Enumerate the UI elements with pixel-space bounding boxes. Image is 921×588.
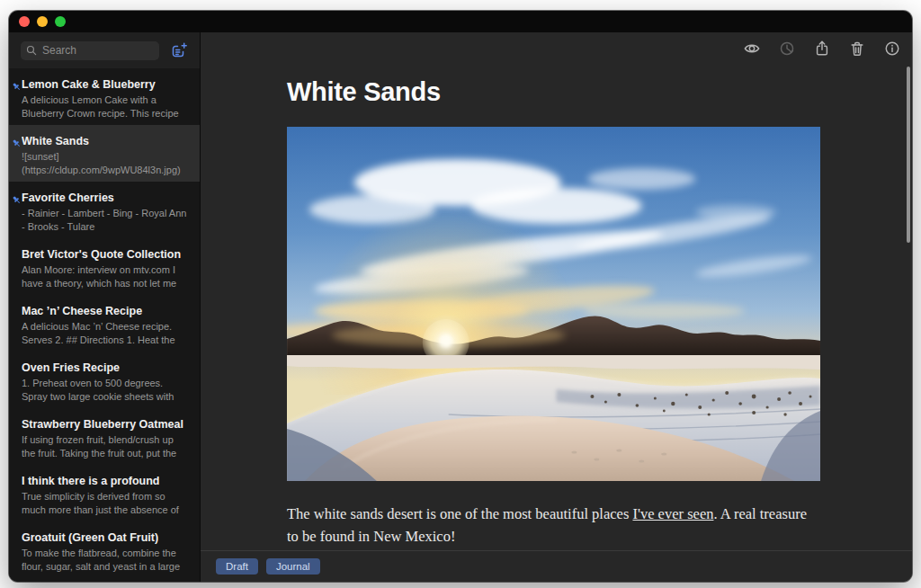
note-preview: If using frozen fruit, blend/crush up th… [22,433,187,459]
note-title: Groatuit (Green Oat Fruit) [22,531,187,544]
search-icon [26,45,37,56]
note-list-item[interactable]: Mac ’n’ Cheese Recipe A delicious Mac ’n… [9,295,200,352]
note-title: White Sands [22,135,187,147]
tag-chip[interactable]: Draft [216,558,258,575]
note-title: Favorite Cherries [22,192,187,204]
note-list-item[interactable]: Strawberry Blueberry Oatmeal If using fr… [9,408,200,465]
note-title: Mac ’n’ Cheese Recipe [22,305,187,317]
window-title-bar[interactable] [9,11,912,32]
note-preview: A delicious Mac ’n’ Cheese recipe. Serve… [22,320,187,346]
note-list-item[interactable]: Bret Victor's Quote Collection Alan Moor… [9,238,200,295]
inline-link[interactable]: I've ever seen [632,505,713,522]
sidebar-header [9,32,200,68]
note-list-item[interactable]: White Sands ![sunset](https://cldup.com/… [9,125,200,182]
note-list-item[interactable]: Lemon Cake & Blueberry A delicious Lemon… [9,68,200,125]
vertical-scrollbar[interactable] [907,67,910,243]
note-title: Strawberry Blueberry Oatmeal [22,418,187,431]
sidebar: Lemon Cake & Blueberry A delicious Lemon… [9,32,201,582]
zoom-button[interactable] [55,16,66,27]
paragraph-text: The white sands desert is one of the mos… [287,505,632,522]
tag-chip[interactable]: Journal [266,558,320,575]
note-preview: A delicious Lemon Cake with a Blueberry … [22,94,187,120]
note-title: Oven Fries Recipe [22,361,187,374]
note-preview: True simplicity is derived from so much … [22,490,187,516]
editor-toolbar [201,32,912,65]
note-title: Bret Victor's Quote Collection [22,248,187,261]
note-list-item[interactable]: I think there is a profound True simplic… [9,465,200,521]
note-list: Lemon Cake & Blueberry A delicious Lemon… [9,68,200,582]
editor-content[interactable]: White Sands [201,65,912,550]
preview-eye-icon[interactable] [743,40,761,58]
search-input[interactable] [40,43,154,58]
pin-icon [12,136,22,152]
note-body-paragraph: The white sands desert is one of the mos… [287,503,820,548]
history-clock-icon[interactable] [778,40,796,58]
note-list-item[interactable]: Groatuit (Green Oat Fruit) To make the f… [9,521,200,578]
compose-new-note-icon[interactable] [171,42,188,59]
tag-bar: DraftJournal [201,550,912,582]
info-icon[interactable] [883,40,901,58]
note-preview: ![sunset](https://cldup.com/9wpWU84l3n.j… [22,150,187,176]
minimize-button[interactable] [37,16,48,27]
app-window: Lemon Cake & Blueberry A delicious Lemon… [9,11,912,582]
pin-icon [12,192,22,209]
note-preview: To make the flatbread, combine the flour… [22,547,187,573]
editor-pane: White Sands [201,32,912,582]
note-preview: 1. Preheat oven to 500 degrees. Spray tw… [22,377,187,403]
share-icon[interactable] [813,40,831,58]
note-preview: - Rainier - Lambert - Bing - Royal Ann -… [22,207,187,233]
search-box[interactable] [21,41,159,60]
note-list-item[interactable]: Favorite Cherries - Rainier - Lambert - … [9,182,200,238]
sunset-photo-image [287,127,820,481]
note-title-heading: White Sands [287,77,912,107]
pin-icon [12,79,22,95]
note-preview: Alan Moore: interview on mtv.com I have … [22,263,187,290]
trash-icon[interactable] [848,40,866,58]
note-title: I think there is a profound [22,475,187,487]
note-title: Lemon Cake & Blueberry [22,78,187,91]
note-list-item[interactable]: Oven Fries Recipe 1. Preheat oven to 500… [9,352,200,408]
close-button[interactable] [19,16,30,27]
